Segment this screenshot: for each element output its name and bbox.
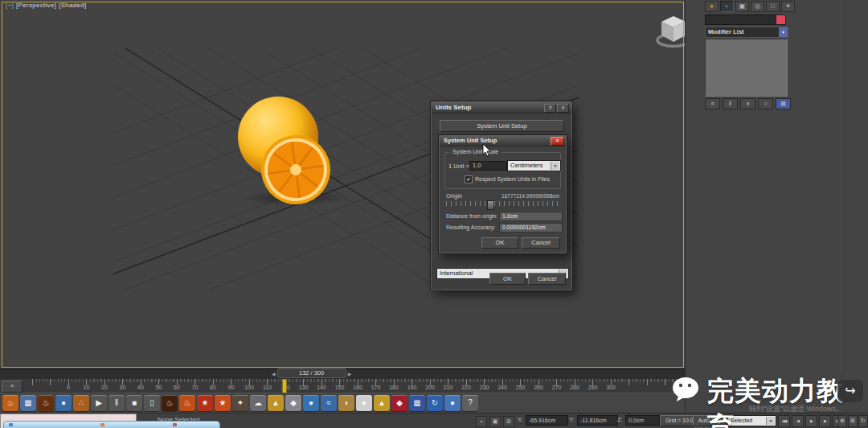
shelf-candle-icon[interactable]: ▲ [268,395,284,411]
units-ok-button[interactable]: OK [489,273,526,285]
3dsmax-window: [+][Perspective][Shaded] Units Setup ? ✕… [0,0,868,428]
modifier-list-dropdown[interactable]: Modifier List ▼ [705,27,788,38]
previous-frame-arrow-icon[interactable]: ◀ [272,371,276,377]
tab-modify[interactable]: ◗ [720,1,734,12]
tab-utilities[interactable]: ✦ [781,1,795,12]
selection-lock-icon[interactable]: ▣ [489,416,501,427]
next-frame-arrow-icon[interactable]: ▶ [348,371,352,377]
viewport-shading-label[interactable]: [Shaded] [59,2,86,9]
shelf-mug-icon[interactable]: ◗ [338,395,354,411]
shelf-burner-icon[interactable]: ♨ [2,395,18,411]
distance-input[interactable]: 1.0cm [499,212,563,221]
orbit-icon[interactable]: ↻ [858,415,868,427]
track-bar[interactable]: 0102030405060708090100110120130140150160… [0,379,685,393]
mouse-cursor [482,144,492,157]
viewport-menu-plus[interactable]: [+] [6,2,14,9]
track-bar-ruler[interactable]: 0102030405060708090100110120130140150160… [24,379,685,393]
sus-cancel-button[interactable]: Cancel [522,237,560,249]
shelf-splash2-icon[interactable]: ★ [215,395,231,411]
window-close-icon[interactable] [173,423,177,426]
tab-motion[interactable]: ◎ [751,1,764,12]
shelf-particles-icon[interactable]: ∴ [73,395,89,411]
help-icon[interactable]: ? [544,104,556,113]
respect-units-checkbox[interactable]: ✔ [465,175,473,183]
shelf-bowl-icon[interactable]: ● [356,395,372,411]
shelf-play-icon[interactable]: ▶ [91,395,107,411]
shelf-container-icon[interactable]: ▦ [20,395,36,411]
shelf-swirl-icon[interactable]: ↻ [427,395,443,411]
object-color-swatch[interactable] [776,14,786,25]
shelf-splash1-icon[interactable]: ★ [197,395,213,411]
zoom-icon[interactable]: ⊕ [837,415,847,427]
shelf-stop-icon[interactable]: ■ [126,395,142,411]
ruler-number: 30 [120,385,126,390]
mini-curve-editor-button[interactable]: ≈ [2,381,23,393]
shelf-water-icon[interactable]: ● [55,395,72,411]
shelf-delete-icon[interactable]: ▯ [144,395,160,411]
chevron-down-icon[interactable]: ▼ [551,162,559,170]
shelf-flame1-icon[interactable]: ♨ [162,395,178,411]
configure-modifier-sets-button[interactable]: ▤ [776,98,791,109]
viewport-pov-label[interactable]: [Perspective] [16,2,56,9]
units-setup-titlebar[interactable]: Units Setup ? ✕ [432,102,571,113]
modifier-stack[interactable] [705,39,788,97]
selection-set-dropdown[interactable]: Selected ▼ [727,415,776,426]
close-icon[interactable]: ✕ [557,104,569,113]
absolute-mode-icon[interactable]: ⊞ [503,416,514,427]
shelf-smoke-icon[interactable]: ☁ [250,395,266,411]
system-unit-titlebar[interactable]: System Unit Setup ✕ [440,136,566,146]
go-to-start-button[interactable]: ◀◀ [778,415,790,427]
home-grid [0,0,685,368]
tab-display[interactable]: □ [766,1,780,12]
x-coordinate-field[interactable]: -65.916cm [526,415,568,426]
object-name-field[interactable] [705,14,777,25]
tab-hierarchy[interactable]: ▣ [735,1,749,12]
shelf-tub-icon[interactable]: ● [444,395,461,411]
shelf-teapot-icon[interactable]: ◆ [285,395,301,411]
make-unique-button[interactable]: ∨ [740,98,755,109]
shelf-box-icon[interactable]: ▦ [409,395,425,411]
show-end-result-button[interactable]: ‖ [723,98,738,109]
ruler-number: 170 [371,385,381,390]
origin-slider-thumb[interactable] [487,200,494,210]
shelf-wave-icon[interactable]: ≈ [321,395,337,411]
ruler-number: 220 [461,385,471,390]
shelf-pause-icon[interactable]: ‖ [108,395,125,411]
perspective-viewport[interactable] [0,0,685,368]
shelf-droplet-icon[interactable]: ● [303,395,319,411]
sus-ok-button[interactable]: OK [481,237,518,249]
shelf-boat-icon[interactable]: ▲ [374,395,390,411]
shelf-flame2-icon[interactable]: ♨ [179,395,195,411]
units-setup-title: Units Setup [436,104,471,111]
next-frame-button[interactable]: ▶ [819,415,831,427]
chevron-down-icon[interactable]: ▼ [779,27,788,37]
time-slider[interactable]: ◀ 132 / 300 ▶ [272,369,351,377]
tab-create[interactable]: ● [705,1,719,12]
zoom-extents-icon[interactable]: ⊞ [848,415,858,427]
y-label: Y: [569,416,575,423]
check-icon: ✔ [466,177,470,182]
viewport-label[interactable]: [+][Perspective][Shaded] [6,2,89,9]
prompt-icon[interactable]: ▪ [476,416,487,427]
remove-modifier-button[interactable]: ○ [758,98,773,109]
chevron-down-icon[interactable]: ▼ [766,417,775,425]
unit-value-input[interactable]: 1.0 [469,161,507,171]
auto-key-button[interactable]: Auto Key [693,415,727,426]
pin-stack-button[interactable]: ≡ [705,98,720,109]
shelf-edit-icon[interactable]: ✦ [232,395,248,411]
y-coordinate-field[interactable]: -11.816cm [577,415,618,426]
previous-frame-button[interactable]: ◀ [792,415,804,427]
play-animation-button[interactable]: ▶ [805,415,817,427]
z-coordinate-field[interactable]: 0.0cm [625,415,660,426]
system-unit-setup-button[interactable]: System Unit Setup [440,120,564,132]
background-window-titlebar[interactable] [3,421,220,428]
shelf-fire-dark-icon[interactable]: ♨ [38,395,54,411]
origin-slider[interactable] [446,201,559,208]
shelf-gem-icon[interactable]: ◆ [391,395,407,411]
shelf-help-icon[interactable]: ? [462,395,478,411]
units-cancel-button[interactable]: Cancel [528,273,566,285]
unit-type-dropdown[interactable]: Centimeters ▼ [507,160,561,171]
close-icon[interactable]: ✕ [551,137,564,146]
frame-display[interactable]: 132 / 300 [277,368,346,378]
orange-half-model[interactable] [259,132,333,208]
